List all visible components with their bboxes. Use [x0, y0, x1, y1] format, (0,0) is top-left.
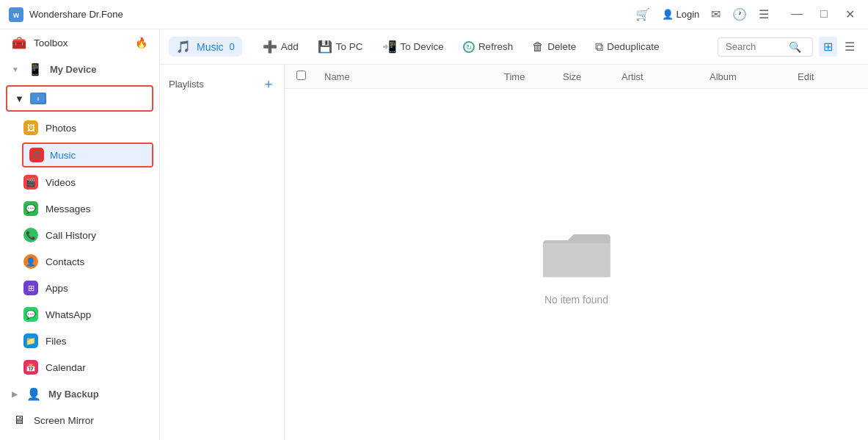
messages-icon: 💬 — [23, 201, 38, 216]
device-box: ▼ i — [6, 85, 153, 112]
main-layout: 🧰 Toolbox 🔥 ▼ 📱 My Device ▼ i 🖼 Photos — [0, 29, 868, 440]
svg-text:W: W — [13, 12, 20, 19]
toolbar-actions: ➕ Add 💾 To PC 📲 To Device ↻ Refresh — [254, 35, 718, 58]
title-bar: W Wondershare Dr.Fone 🛒 👤 Login ✉ 🕐 ☰ — … — [0, 0, 868, 29]
videos-icon: 🎬 — [23, 175, 38, 190]
sidebar-item-apps[interactable]: ⊞ Apps — [0, 275, 159, 301]
chevron-icon: ▼ — [15, 93, 24, 104]
call-history-icon: 📞 — [23, 228, 38, 242]
body-area: Playlists ＋ Name Time Size Artist Album … — [160, 65, 868, 440]
delete-icon: 🗑 — [532, 40, 544, 54]
delete-button[interactable]: 🗑 Delete — [523, 36, 585, 58]
view-toggle: ⊞ ☰ — [819, 37, 859, 57]
maximize-button[interactable]: □ — [816, 6, 832, 23]
contacts-icon: 👤 — [23, 254, 38, 269]
column-time: Time — [504, 71, 563, 82]
sidebar-item-messages[interactable]: 💬 Messages — [0, 195, 159, 222]
playlists-header: Playlists ＋ — [160, 71, 284, 97]
music-tab[interactable]: 🎵 Music 0 — [169, 37, 242, 57]
content-right: Name Time Size Artist Album Edit No item — [285, 65, 868, 440]
svg-text:i: i — [37, 96, 39, 101]
calendar-icon: 📅 — [23, 360, 38, 375]
toolbox-icon: 🧰 — [12, 35, 26, 50]
login-button[interactable]: 👤 Login — [662, 9, 700, 20]
sidebar-item-toolbox[interactable]: 🧰 Toolbox 🔥 — [0, 29, 159, 56]
to-device-button[interactable]: 📲 To Device — [373, 35, 453, 58]
window-controls: — □ ✕ — [787, 6, 859, 23]
minimize-button[interactable]: — — [787, 6, 807, 23]
cart-icon[interactable]: 🛒 — [635, 7, 650, 21]
add-button[interactable]: ➕ Add — [254, 35, 307, 58]
table-header: Name Time Size Artist Album Edit — [285, 65, 868, 89]
search-box[interactable]: 🔍 — [718, 37, 813, 57]
to-pc-icon: 💾 — [318, 40, 332, 54]
whatsapp-icon: 💬 — [23, 307, 38, 322]
to-pc-button[interactable]: 💾 To PC — [309, 35, 372, 58]
sidebar-item-whatsapp[interactable]: 💬 WhatsApp — [0, 301, 159, 328]
photos-icon: 🖼 — [23, 120, 38, 135]
svg-rect-5 — [543, 244, 610, 278]
column-name: Name — [318, 71, 504, 82]
column-artist: Artist — [621, 71, 710, 82]
apps-icon: ⊞ — [23, 281, 38, 295]
sidebar: 🧰 Toolbox 🔥 ▼ 📱 My Device ▼ i 🖼 Photos — [0, 29, 160, 440]
add-icon: ➕ — [263, 40, 277, 54]
select-all-checkbox[interactable] — [296, 71, 306, 80]
backup-icon: 👤 — [26, 386, 41, 401]
chevron-right-icon: ▶ — [12, 390, 18, 398]
empty-state: No item found — [285, 89, 868, 440]
folder-icon — [540, 223, 613, 282]
sidebar-item-photos[interactable]: 🖼 Photos — [0, 115, 159, 141]
sidebar-item-calendar[interactable]: 📅 Calendar — [0, 354, 159, 381]
sidebar-item-files[interactable]: 📁 Files — [0, 328, 159, 354]
to-device-icon: 📲 — [382, 40, 397, 54]
music-icon: 🎵 — [29, 148, 44, 162]
music-tab-label: Music — [197, 41, 224, 53]
files-icon: 📁 — [23, 333, 38, 348]
empty-message: No item found — [544, 294, 608, 306]
user-icon: 👤 — [662, 9, 674, 20]
music-tab-icon: 🎵 — [176, 40, 191, 54]
device-icon: 📱 — [28, 62, 43, 76]
column-size: Size — [563, 71, 621, 82]
list-view-button[interactable]: ☰ — [840, 37, 859, 57]
app-title: Wondershare Dr.Fone — [29, 9, 123, 20]
column-album: Album — [710, 71, 798, 82]
screen-mirror-icon: 🖥 — [12, 413, 26, 428]
sidebar-item-my-backup[interactable]: ▶ 👤 My Backup — [0, 381, 159, 407]
device-logo: i — [30, 93, 46, 104]
title-bar-left: W Wondershare Dr.Fone — [9, 7, 123, 22]
sidebar-item-contacts[interactable]: 👤 Contacts — [0, 248, 159, 275]
history-icon[interactable]: 🕐 — [732, 7, 747, 21]
column-edit: Edit — [798, 71, 856, 82]
close-button[interactable]: ✕ — [841, 6, 859, 23]
sidebar-item-videos[interactable]: 🎬 Videos — [0, 169, 159, 195]
sidebar-item-phone-companion[interactable]: 📱 Phone Companion — [0, 433, 159, 440]
toolbar: 🎵 Music 0 ➕ Add 💾 To PC 📲 To Dev — [160, 29, 868, 65]
music-tab-count: 0 — [230, 41, 235, 52]
add-playlist-button[interactable]: ＋ — [262, 75, 275, 93]
header-checkbox[interactable] — [296, 71, 318, 82]
playlists-panel: Playlists ＋ — [160, 65, 285, 440]
playlists-title: Playlists — [169, 79, 204, 90]
refresh-button[interactable]: ↻ Refresh — [454, 37, 522, 57]
sidebar-item-screen-mirror[interactable]: 🖥 Screen Mirror — [0, 407, 159, 433]
content-area: 🎵 Music 0 ➕ Add 💾 To PC 📲 To Dev — [160, 29, 868, 440]
device-item[interactable]: ▼ i — [7, 88, 152, 109]
deduplicate-button[interactable]: ⧉ Deduplicate — [586, 36, 668, 58]
sidebar-item-my-device[interactable]: ▼ 📱 My Device — [0, 56, 159, 82]
fire-icon: 🔥 — [135, 37, 147, 48]
menu-icon[interactable]: ☰ — [759, 7, 769, 21]
search-input[interactable] — [726, 41, 784, 52]
refresh-icon: ↻ — [463, 41, 475, 53]
sidebar-item-music[interactable]: 🎵 Music — [23, 144, 152, 166]
search-icon: 🔍 — [789, 41, 801, 53]
deduplicate-icon: ⧉ — [595, 40, 603, 54]
title-bar-right: 🛒 👤 Login ✉ 🕐 ☰ — □ ✕ — [635, 6, 859, 23]
grid-view-button[interactable]: ⊞ — [819, 37, 837, 57]
sidebar-item-call-history[interactable]: 📞 Call History — [0, 222, 159, 248]
music-box: 🎵 Music — [22, 143, 153, 167]
mail-icon[interactable]: ✉ — [711, 7, 721, 21]
app-logo: W — [9, 7, 23, 22]
chevron-down-icon: ▼ — [12, 65, 19, 73]
